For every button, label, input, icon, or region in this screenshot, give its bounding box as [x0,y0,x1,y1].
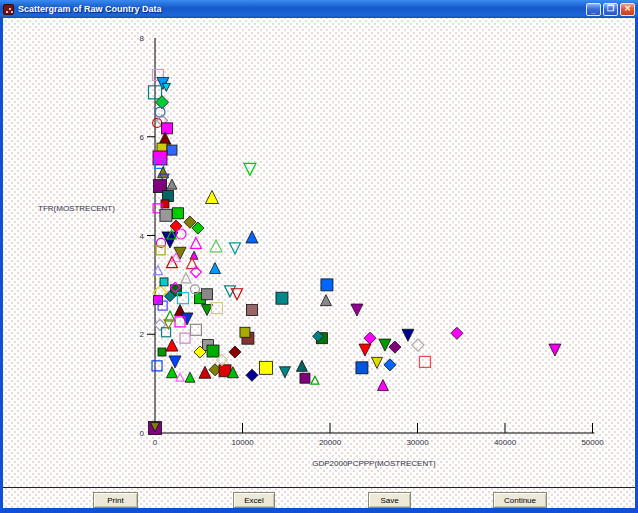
scatter-point [158,348,166,356]
excel-button[interactable]: Excel [233,492,275,508]
y-tick-label: 2 [140,330,145,339]
footer-separator [3,487,635,488]
scatter-point [199,366,211,378]
x-axis-title: GDP2000PCPPP(MOSTRECENT) [155,459,593,468]
scatter-point [311,376,319,384]
app-icon [3,4,14,15]
scatter-point [320,295,331,306]
scatter-point [176,229,186,239]
y-tick-label: 6 [140,133,145,142]
window-controls: _ ❐ ✕ [586,3,635,16]
scatter-point [549,344,561,356]
scatter-point [185,372,195,382]
scatter-point [211,303,222,314]
scatter-point [351,304,363,316]
scatter-point [276,292,288,304]
scatter-point [240,327,250,337]
scatter-point [451,327,463,339]
y-axis-title: TFR(MOSTRECENT) [38,204,115,213]
scatter-point [173,208,184,219]
content-area: 8642001000020000300004000050000 TFR(MOST… [3,18,635,508]
scatter-point [155,107,165,117]
scatter-point [364,332,376,344]
scatter-point [384,359,396,371]
scatter-point [224,286,235,297]
scatter-point [321,279,333,291]
scatter-point [412,339,424,351]
x-tick-label: 40000 [494,438,517,447]
scatter-point [152,361,162,371]
y-tick-label: 0 [140,429,145,438]
app-window: Scattergram of Raw Country Data _ ❐ ✕ 86… [0,0,638,513]
scatter-point [190,324,201,335]
title-bar[interactable]: Scattergram of Raw Country Data _ ❐ ✕ [0,0,638,18]
scatter-point [166,339,178,351]
scatter-point [155,96,168,109]
x-tick-label: 30000 [406,438,429,447]
scatter-point [201,305,212,316]
scatter-point [246,369,258,381]
scatter-point [162,328,171,337]
print-button[interactable]: Print [93,492,138,508]
scatter-point [167,179,177,189]
x-tick-label: 10000 [231,438,254,447]
scatter-point [389,341,401,353]
scatter-point [205,190,218,203]
scatter-point [207,345,219,357]
y-tick-label: 4 [140,232,145,241]
save-button[interactable]: Save [368,492,411,508]
scatter-point [371,357,382,368]
scatter-point [210,240,222,252]
scatter-point [166,367,177,378]
scatter-point [229,346,241,358]
scatter-point [246,305,257,316]
scatter-point [160,278,168,286]
scatter-point [154,319,165,330]
scatter-point [300,373,310,383]
scatter-point [167,145,177,155]
scatter-point [296,360,307,371]
scatter-point [181,273,191,283]
scatter-point [279,367,290,378]
scatter-point [402,329,414,341]
continue-button[interactable]: Continue [493,492,547,508]
scatter-point [180,333,190,343]
scatter-point [419,356,430,367]
x-tick-label: 50000 [581,438,604,447]
scatter-point [229,243,240,254]
close-button[interactable]: ✕ [620,3,635,16]
maximize-button[interactable]: ❐ [603,3,618,16]
scatter-point [210,263,221,274]
scatter-point [356,362,368,374]
scatter-point [190,237,201,248]
scatter-point [379,339,391,351]
scatter-point [259,361,272,374]
scatter-point [181,313,193,325]
scatter-point [201,289,212,300]
window-title: Scattergram of Raw Country Data [18,4,582,14]
y-tick-label: 8 [140,34,145,43]
scatter-point [359,344,371,356]
minimize-button[interactable]: _ [586,3,601,16]
scatter-point [169,356,181,368]
scatter-point [161,123,172,134]
scatter-plot: 8642001000020000300004000050000 [3,18,635,508]
scatter-point [246,231,258,243]
scatter-point [377,380,388,391]
scatter-point [160,209,172,221]
x-tick-label: 20000 [319,438,342,447]
x-tick-label: 0 [153,438,158,447]
scatter-point [244,163,256,175]
